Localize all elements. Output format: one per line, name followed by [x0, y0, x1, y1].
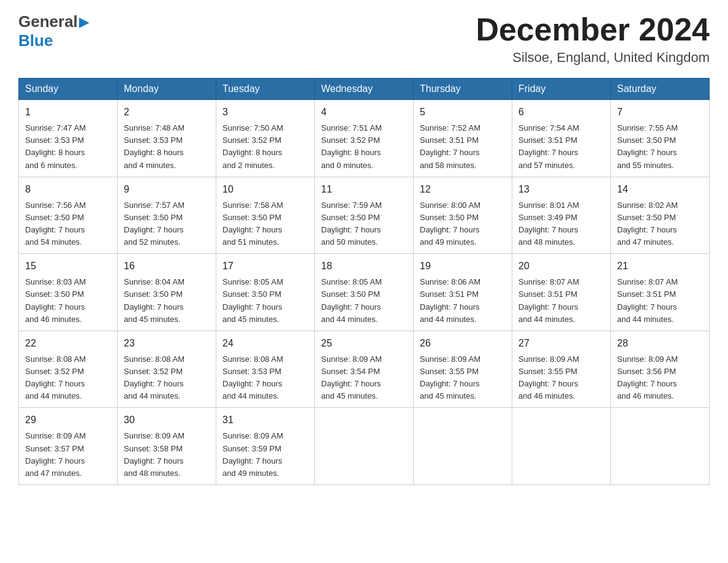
day-number: 25: [321, 336, 407, 351]
table-row: 20 Sunrise: 8:07 AMSunset: 3:51 PMDaylig…: [512, 254, 611, 331]
day-number: 14: [617, 182, 703, 197]
header-thursday: Thursday: [414, 79, 512, 100]
table-row: 25 Sunrise: 8:09 AMSunset: 3:54 PMDaylig…: [315, 331, 414, 408]
day-number: 23: [124, 336, 210, 351]
header-tuesday: Tuesday: [216, 79, 315, 100]
day-info: Sunrise: 8:08 AMSunset: 3:52 PMDaylight:…: [124, 354, 184, 400]
table-row: 22 Sunrise: 8:08 AMSunset: 3:52 PMDaylig…: [19, 331, 118, 408]
table-row: 17 Sunrise: 8:05 AMSunset: 3:50 PMDaylig…: [216, 254, 315, 331]
day-number: 5: [420, 105, 506, 120]
table-row: 21 Sunrise: 8:07 AMSunset: 3:51 PMDaylig…: [611, 254, 710, 331]
day-info: Sunrise: 8:07 AMSunset: 3:51 PMDaylight:…: [518, 277, 579, 323]
day-number: 9: [124, 182, 210, 197]
day-number: 31: [222, 413, 308, 427]
month-title: December 2024: [476, 12, 710, 47]
table-row: 29 Sunrise: 8:09 AMSunset: 3:57 PMDaylig…: [19, 408, 118, 485]
day-number: 28: [617, 336, 703, 351]
day-number: 7: [617, 105, 703, 120]
day-info: Sunrise: 8:08 AMSunset: 3:53 PMDaylight:…: [222, 354, 283, 400]
day-info: Sunrise: 7:55 AMSunset: 3:50 PMDaylight:…: [617, 123, 678, 169]
calendar-week-2: 8 Sunrise: 7:56 AMSunset: 3:50 PMDayligh…: [19, 177, 710, 254]
day-info: Sunrise: 8:02 AMSunset: 3:50 PMDaylight:…: [617, 201, 678, 247]
day-info: Sunrise: 8:09 AMSunset: 3:56 PMDaylight:…: [617, 354, 678, 400]
day-info: Sunrise: 8:09 AMSunset: 3:55 PMDaylight:…: [420, 354, 480, 400]
calendar-week-3: 15 Sunrise: 8:03 AMSunset: 3:50 PMDaylig…: [19, 254, 710, 331]
day-info: Sunrise: 8:06 AMSunset: 3:51 PMDaylight:…: [420, 277, 480, 323]
table-row: [414, 408, 512, 485]
table-row: [611, 408, 710, 485]
header-monday: Monday: [118, 79, 216, 100]
table-row: 6 Sunrise: 7:54 AMSunset: 3:51 PMDayligh…: [512, 100, 611, 177]
table-row: 16 Sunrise: 8:04 AMSunset: 3:50 PMDaylig…: [118, 254, 216, 331]
calendar-week-1: 1 Sunrise: 7:47 AMSunset: 3:53 PMDayligh…: [19, 100, 710, 177]
day-number: 17: [222, 259, 308, 274]
day-number: 12: [420, 182, 506, 197]
logo: General ▶ Blue: [18, 12, 89, 50]
day-info: Sunrise: 7:54 AMSunset: 3:51 PMDaylight:…: [518, 123, 579, 169]
location: Silsoe, England, United Kingdom: [476, 50, 710, 66]
day-number: 18: [321, 259, 407, 274]
table-row: 10 Sunrise: 7:58 AMSunset: 3:50 PMDaylig…: [216, 177, 315, 254]
day-number: 22: [25, 336, 111, 351]
day-info: Sunrise: 7:59 AMSunset: 3:50 PMDaylight:…: [321, 201, 382, 247]
table-row: 5 Sunrise: 7:52 AMSunset: 3:51 PMDayligh…: [414, 100, 512, 177]
day-number: 30: [124, 413, 210, 427]
table-row: 14 Sunrise: 8:02 AMSunset: 3:50 PMDaylig…: [611, 177, 710, 254]
table-row: 30 Sunrise: 8:09 AMSunset: 3:58 PMDaylig…: [118, 408, 216, 485]
table-row: 15 Sunrise: 8:03 AMSunset: 3:50 PMDaylig…: [19, 254, 118, 331]
logo-general-text: General: [18, 12, 78, 31]
day-info: Sunrise: 8:07 AMSunset: 3:51 PMDaylight:…: [617, 277, 678, 323]
day-info: Sunrise: 7:52 AMSunset: 3:51 PMDaylight:…: [420, 123, 480, 169]
day-number: 24: [222, 336, 308, 351]
day-number: 26: [420, 336, 506, 351]
header-wednesday: Wednesday: [315, 79, 414, 100]
table-row: 8 Sunrise: 7:56 AMSunset: 3:50 PMDayligh…: [19, 177, 118, 254]
calendar-week-5: 29 Sunrise: 8:09 AMSunset: 3:57 PMDaylig…: [19, 408, 710, 485]
day-number: 10: [222, 182, 308, 197]
day-number: 13: [518, 182, 604, 197]
day-number: 2: [124, 105, 210, 120]
table-row: [315, 408, 414, 485]
table-row: 13 Sunrise: 8:01 AMSunset: 3:49 PMDaylig…: [512, 177, 611, 254]
day-info: Sunrise: 7:58 AMSunset: 3:50 PMDaylight:…: [222, 201, 283, 247]
day-info: Sunrise: 7:51 AMSunset: 3:52 PMDaylight:…: [321, 123, 382, 169]
table-row: 2 Sunrise: 7:48 AMSunset: 3:53 PMDayligh…: [118, 100, 216, 177]
day-number: 20: [518, 259, 604, 274]
table-row: 26 Sunrise: 8:09 AMSunset: 3:55 PMDaylig…: [414, 331, 512, 408]
logo-arrow-icon: ▶: [79, 14, 89, 30]
header-sunday: Sunday: [19, 79, 118, 100]
day-number: 16: [124, 259, 210, 274]
calendar-week-4: 22 Sunrise: 8:08 AMSunset: 3:52 PMDaylig…: [19, 331, 710, 408]
table-row: 28 Sunrise: 8:09 AMSunset: 3:56 PMDaylig…: [611, 331, 710, 408]
day-number: 4: [321, 105, 407, 120]
day-info: Sunrise: 8:05 AMSunset: 3:50 PMDaylight:…: [222, 277, 283, 323]
title-area: December 2024 Silsoe, England, United Ki…: [476, 12, 710, 66]
table-row: 19 Sunrise: 8:06 AMSunset: 3:51 PMDaylig…: [414, 254, 512, 331]
day-info: Sunrise: 8:03 AMSunset: 3:50 PMDaylight:…: [25, 277, 86, 323]
day-info: Sunrise: 8:08 AMSunset: 3:52 PMDaylight:…: [25, 354, 86, 400]
table-row: 18 Sunrise: 8:05 AMSunset: 3:50 PMDaylig…: [315, 254, 414, 331]
page-header: General ▶ Blue December 2024 Silsoe, Eng…: [18, 12, 710, 66]
logo-blue-text: Blue: [18, 31, 53, 50]
day-number: 19: [420, 259, 506, 274]
day-info: Sunrise: 8:09 AMSunset: 3:58 PMDaylight:…: [124, 431, 184, 477]
day-info: Sunrise: 7:56 AMSunset: 3:50 PMDaylight:…: [25, 201, 86, 247]
day-info: Sunrise: 8:09 AMSunset: 3:54 PMDaylight:…: [321, 354, 382, 400]
table-row: 11 Sunrise: 7:59 AMSunset: 3:50 PMDaylig…: [315, 177, 414, 254]
day-number: 1: [25, 105, 111, 120]
day-info: Sunrise: 8:04 AMSunset: 3:50 PMDaylight:…: [124, 277, 184, 323]
table-row: 12 Sunrise: 8:00 AMSunset: 3:50 PMDaylig…: [414, 177, 512, 254]
day-info: Sunrise: 8:09 AMSunset: 3:59 PMDaylight:…: [222, 431, 283, 477]
table-row: 3 Sunrise: 7:50 AMSunset: 3:52 PMDayligh…: [216, 100, 315, 177]
day-number: 8: [25, 182, 111, 197]
day-info: Sunrise: 7:50 AMSunset: 3:52 PMDaylight:…: [222, 123, 283, 169]
day-info: Sunrise: 7:47 AMSunset: 3:53 PMDaylight:…: [25, 123, 86, 169]
table-row: 9 Sunrise: 7:57 AMSunset: 3:50 PMDayligh…: [118, 177, 216, 254]
day-info: Sunrise: 8:00 AMSunset: 3:50 PMDaylight:…: [420, 201, 480, 247]
day-info: Sunrise: 8:09 AMSunset: 3:57 PMDaylight:…: [25, 431, 86, 477]
day-info: Sunrise: 8:05 AMSunset: 3:50 PMDaylight:…: [321, 277, 382, 323]
table-row: 31 Sunrise: 8:09 AMSunset: 3:59 PMDaylig…: [216, 408, 315, 485]
day-number: 29: [25, 413, 111, 427]
calendar-table: Sunday Monday Tuesday Wednesday Thursday…: [18, 78, 710, 485]
table-row: 7 Sunrise: 7:55 AMSunset: 3:50 PMDayligh…: [611, 100, 710, 177]
